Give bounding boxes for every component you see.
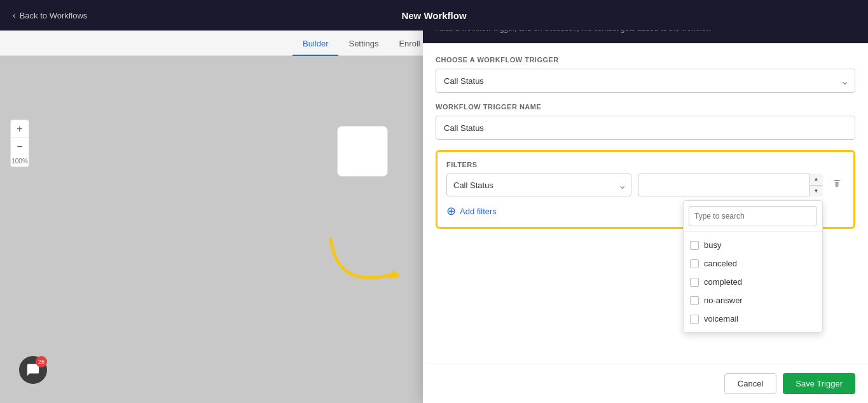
dropdown-item-completed[interactable]: completed: [684, 273, 822, 291]
dropdown-label-no-answer: no-answer: [704, 296, 743, 305]
checkbox-canceled[interactable]: [690, 259, 699, 268]
tab-settings[interactable]: Settings: [338, 32, 389, 56]
dropdown-search-input[interactable]: [689, 206, 817, 226]
tab-builder[interactable]: Builder: [293, 32, 338, 56]
add-icon: ⊕: [446, 204, 456, 218]
dropdown-label-busy: busy: [704, 240, 721, 250]
filter-row: Call Status ⌄ ▲ ▼: [446, 174, 844, 196]
spinner-down-button[interactable]: ▼: [809, 186, 823, 197]
filter-value-input[interactable]: [638, 174, 823, 196]
dropdown-search-area: [684, 201, 822, 232]
back-arrow-icon: ‹: [13, 10, 16, 20]
dropdown-label-voicemail: voicemail: [704, 314, 738, 324]
page-title: New Workflow: [401, 10, 466, 21]
zoom-in-button[interactable]: +: [11, 120, 29, 138]
filter-value-wrapper: ▲ ▼ busy: [638, 174, 823, 196]
spinner-up-button[interactable]: ▲: [809, 174, 823, 186]
panel-body: CHOOSE A WORKFLOW TRIGGER Call Status ⌄ …: [423, 43, 868, 364]
workflow-node: [337, 126, 388, 177]
choose-trigger-label: CHOOSE A WORKFLOW TRIGGER: [436, 56, 855, 64]
chat-badge[interactable]: 26: [19, 356, 47, 384]
dropdown-list: busy canceled completed: [684, 232, 822, 332]
side-panel: Workflow Trigger Adds a workflow trigger…: [423, 0, 868, 403]
save-trigger-button[interactable]: Save Trigger: [783, 373, 855, 394]
dropdown-label-completed: completed: [704, 277, 742, 287]
filters-section: FILTERS Call Status ⌄ ▲ ▼: [436, 150, 855, 229]
filter-dropdown: busy canceled completed: [683, 200, 823, 332]
add-filters-label: Add filters: [460, 207, 497, 216]
checkbox-busy[interactable]: [690, 241, 699, 250]
back-label: Back to Workflows: [20, 11, 88, 20]
top-nav: ‹ Back to Workflows New Workflow: [0, 0, 868, 31]
delete-filter-button[interactable]: [829, 179, 844, 191]
trash-icon: [832, 179, 842, 189]
dropdown-item-voicemail[interactable]: voicemail: [684, 310, 822, 328]
dropdown-label-canceled: canceled: [704, 259, 737, 268]
trigger-name-label: WORKFLOW TRIGGER NAME: [436, 103, 855, 111]
checkbox-completed[interactable]: [690, 278, 699, 287]
filter-type-wrapper: Call Status ⌄: [446, 174, 631, 196]
spinner-controls: ▲ ▼: [809, 174, 823, 196]
checkbox-voicemail[interactable]: [690, 315, 699, 324]
trigger-type-select[interactable]: Call Status: [436, 69, 855, 93]
trigger-name-input[interactable]: [436, 116, 855, 140]
checkbox-no-answer[interactable]: [690, 296, 699, 305]
zoom-controls: + − 100%: [10, 120, 29, 167]
dropdown-item-busy[interactable]: busy: [684, 236, 822, 254]
dropdown-item-no-answer[interactable]: no-answer: [684, 291, 822, 310]
trigger-select-wrapper: Call Status ⌄: [436, 69, 855, 93]
back-to-workflows-link[interactable]: ‹ Back to Workflows: [13, 10, 87, 20]
cancel-button[interactable]: Cancel: [724, 373, 776, 394]
dropdown-item-canceled[interactable]: canceled: [684, 254, 822, 273]
filters-label: FILTERS: [446, 161, 844, 168]
zoom-level: 100%: [11, 156, 28, 167]
notification-badge: 26: [36, 356, 47, 367]
filter-type-select[interactable]: Call Status: [446, 174, 631, 196]
panel-footer: Cancel Save Trigger: [423, 364, 868, 403]
zoom-out-button[interactable]: −: [11, 138, 29, 156]
yellow-arrow-icon: [324, 226, 413, 305]
